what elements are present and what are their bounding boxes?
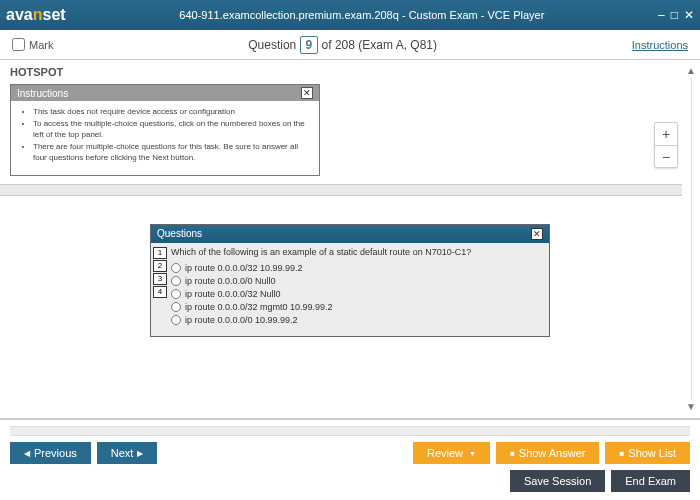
instruction-item: This task does not require device access…: [33, 107, 311, 117]
question-text: Which of the following is an example of …: [171, 247, 543, 257]
question-nav-1[interactable]: 1: [153, 247, 167, 259]
footer: Previous Next Review Show Answer Show Li…: [0, 418, 700, 500]
instruction-item: To access the multiple-choice questions,…: [33, 119, 311, 140]
option-5[interactable]: ip route 0.0.0.0/0 10.99.99.2: [171, 315, 543, 325]
logo-part: set: [42, 6, 65, 23]
option-2[interactable]: ip route 0.0.0.0/0 Null0: [171, 276, 543, 286]
mark-input[interactable]: [12, 38, 25, 51]
mark-checkbox[interactable]: Mark: [12, 38, 53, 51]
mark-label: Mark: [29, 39, 53, 51]
instructions-panel: Instructions ✕ This task does not requir…: [10, 84, 320, 176]
option-label: ip route 0.0.0.0/0 Null0: [185, 276, 276, 286]
scroll-up-icon[interactable]: ▲: [686, 66, 696, 76]
titlebar: avanset 640-911.examcollection.premium.e…: [0, 0, 700, 30]
minimize-icon[interactable]: –: [658, 8, 665, 22]
question-panel: Questions ✕ 1 2 3 4 Which of the followi…: [150, 224, 550, 337]
content-area: HOTSPOT ▲ ▼ + − Instructions ✕ This task…: [0, 60, 700, 418]
end-exam-button[interactable]: End Exam: [611, 470, 690, 492]
question-counter: Question 9 of 208 (Exam A, Q81): [53, 36, 631, 54]
scrollbar[interactable]: ▲ ▼: [684, 66, 698, 412]
zoom-out-button[interactable]: −: [655, 145, 677, 167]
question-panel-wrap: Questions ✕ 1 2 3 4 Which of the followi…: [0, 196, 700, 337]
question-number: 9: [300, 36, 319, 54]
window-controls: – □ ✕: [658, 8, 694, 22]
footer-row-2: Save Session End Exam: [10, 470, 690, 492]
logo-part: ava: [6, 6, 33, 23]
footer-divider: [10, 426, 690, 436]
footer-row-1: Previous Next Review Show Answer Show Li…: [10, 442, 690, 464]
question-panel-title: Questions: [157, 228, 202, 239]
zoom-control: + −: [654, 122, 678, 168]
instruction-item: There are four multiple-choice questions…: [33, 142, 311, 163]
option-3[interactable]: ip route 0.0.0.0/32 Null0: [171, 289, 543, 299]
section-divider: [0, 184, 682, 196]
option-4[interactable]: ip route 0.0.0.0/32 mgmt0 10.99.99.2: [171, 302, 543, 312]
show-answer-button[interactable]: Show Answer: [496, 442, 600, 464]
question-header: Mark Question 9 of 208 (Exam A, Q81) Ins…: [0, 30, 700, 60]
question-nav-3[interactable]: 3: [153, 273, 167, 285]
close-icon[interactable]: ✕: [684, 8, 694, 22]
question-number-column: 1 2 3 4: [151, 243, 169, 336]
show-list-button[interactable]: Show List: [605, 442, 690, 464]
scroll-track[interactable]: [691, 78, 692, 400]
save-session-button[interactable]: Save Session: [510, 470, 605, 492]
next-button[interactable]: Next: [97, 442, 158, 464]
hotspot-label: HOTSPOT: [0, 60, 700, 84]
question-word: Question: [248, 38, 296, 52]
instructions-panel-header: Instructions ✕: [11, 85, 319, 101]
option-label: ip route 0.0.0.0/0 10.99.99.2: [185, 315, 298, 325]
instructions-close-icon[interactable]: ✕: [301, 87, 313, 99]
window-title: 640-911.examcollection.premium.exam.208q…: [66, 9, 658, 21]
option-label: ip route 0.0.0.0/32 mgmt0 10.99.99.2: [185, 302, 333, 312]
maximize-icon[interactable]: □: [671, 8, 678, 22]
previous-button[interactable]: Previous: [10, 442, 91, 464]
question-panel-header: Questions ✕: [151, 225, 549, 243]
question-panel-body: 1 2 3 4 Which of the following is an exa…: [151, 243, 549, 336]
instructions-link[interactable]: Instructions: [632, 39, 688, 51]
app-logo: avanset: [6, 6, 66, 24]
question-nav-4[interactable]: 4: [153, 286, 167, 298]
instructions-body: This task does not require device access…: [11, 101, 319, 175]
instructions-panel-title: Instructions: [17, 88, 68, 99]
question-panel-close-icon[interactable]: ✕: [531, 228, 543, 240]
review-button[interactable]: Review: [413, 442, 490, 464]
question-nav-2[interactable]: 2: [153, 260, 167, 272]
question-main: Which of the following is an example of …: [169, 243, 549, 336]
option-label: ip route 0.0.0.0/32 10.99.99.2: [185, 263, 303, 273]
scroll-down-icon[interactable]: ▼: [686, 402, 696, 412]
zoom-in-button[interactable]: +: [655, 123, 677, 145]
question-total: of 208 (Exam A, Q81): [318, 38, 437, 52]
option-label: ip route 0.0.0.0/32 Null0: [185, 289, 281, 299]
option-1[interactable]: ip route 0.0.0.0/32 10.99.99.2: [171, 263, 543, 273]
